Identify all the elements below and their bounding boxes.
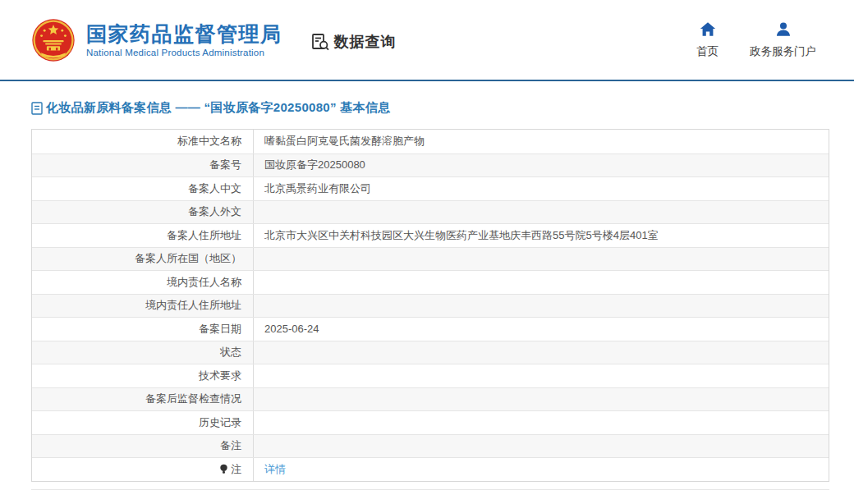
site-header: 国家药品监督管理局 National Medical Products Admi… bbox=[0, 0, 854, 81]
row-label-cell: 备案人外文 bbox=[32, 201, 254, 224]
row-label: 境内责任人住所地址 bbox=[145, 298, 241, 313]
row-value bbox=[254, 435, 829, 458]
table-row: 备案人中文 北京禹景药业有限公司 bbox=[32, 176, 829, 200]
row-value bbox=[254, 248, 829, 271]
row-label: 备案人中文 bbox=[188, 181, 241, 196]
row-label: 技术要求 bbox=[199, 369, 241, 383]
data-query-label[interactable]: 数据查询 bbox=[334, 32, 397, 52]
row-label: 注 bbox=[231, 462, 241, 477]
row-value bbox=[254, 364, 829, 387]
row-label: 备案人外文 bbox=[188, 204, 241, 219]
header-nav: 首页 政务服务门户 bbox=[696, 21, 816, 59]
row-value: 国妆原备字20250080 bbox=[254, 154, 829, 177]
row-label: 境内责任人名称 bbox=[167, 275, 241, 290]
row-label-cell: 备案后监督检查情况 bbox=[32, 388, 254, 411]
row-label: 标准中文名称 bbox=[177, 134, 241, 149]
info-table: 标准中文名称 嗜黏蛋白阿克曼氏菌发酵溶胞产物 备案号 国妆原备字20250080… bbox=[31, 129, 829, 482]
table-row: 历史记录 bbox=[32, 410, 829, 434]
user-icon bbox=[774, 21, 792, 39]
nav-label-home[interactable]: 首页 bbox=[696, 44, 719, 59]
page-title-row: 化妆品新原料备案信息 —— “国妆原备字20250080” 基本信息 bbox=[31, 100, 829, 116]
table-row: 备案人外文 bbox=[32, 200, 829, 224]
table-row: 标准中文名称 嗜黏蛋白阿克曼氏菌发酵溶胞产物 bbox=[32, 130, 829, 153]
row-label-cell: 境内责任人名称 bbox=[32, 271, 254, 294]
row-label: 备注 bbox=[220, 438, 241, 453]
nav-item-gov-portal[interactable]: 政务服务门户 bbox=[750, 21, 816, 59]
table-row: 备案人住所地址 北京市大兴区中关村科技园区大兴生物医药产业基地庆丰西路55号院5… bbox=[32, 223, 829, 247]
table-row: 备案号 国妆原备字20250080 bbox=[32, 153, 829, 177]
row-label: 状态 bbox=[220, 345, 241, 360]
table-row: 备案人所在国（地区） bbox=[32, 247, 829, 271]
row-value bbox=[254, 411, 829, 434]
national-emblem-logo bbox=[31, 18, 76, 62]
table-row: 状态 bbox=[32, 341, 829, 364]
row-label: 备案号 bbox=[209, 158, 241, 172]
table-row: 境内责任人住所地址 bbox=[32, 294, 829, 318]
row-label-cell: 备案号 bbox=[32, 154, 254, 177]
row-label-cell: 备注 bbox=[32, 435, 254, 458]
table-row: 境内责任人名称 bbox=[32, 270, 829, 294]
row-value: 嗜黏蛋白阿克曼氏菌发酵溶胞产物 bbox=[254, 130, 829, 153]
org-name-en: National Medical Products Administration bbox=[86, 48, 282, 57]
row-label: 备案后监督检查情况 bbox=[145, 392, 241, 406]
table-row: 技术要求 bbox=[32, 364, 829, 387]
row-value bbox=[254, 271, 829, 294]
detail-link[interactable]: 详情 bbox=[264, 462, 286, 477]
row-value: 北京禹景药业有限公司 bbox=[254, 177, 829, 200]
row-label: 备案人住所地址 bbox=[167, 228, 241, 243]
document-icon bbox=[31, 102, 43, 115]
row-label-cell: 备案人所在国（地区） bbox=[32, 248, 254, 271]
table-row: 备注 bbox=[32, 434, 829, 458]
row-value bbox=[254, 388, 829, 411]
brand-block[interactable]: 国家药品监督管理局 National Medical Products Admi… bbox=[31, 18, 282, 62]
row-value bbox=[254, 341, 829, 364]
row-value: 2025-06-24 bbox=[254, 318, 829, 341]
row-label-cell: 历史记录 bbox=[32, 411, 254, 434]
row-label: 备案日期 bbox=[199, 322, 241, 337]
table-row: 注 详情 bbox=[32, 457, 829, 481]
row-label-cell: 注 bbox=[32, 458, 254, 481]
home-icon bbox=[699, 21, 717, 39]
page-title: 化妆品新原料备案信息 —— “国妆原备字20250080” 基本信息 bbox=[46, 100, 390, 116]
row-label: 备案人所在国（地区） bbox=[135, 251, 241, 266]
row-label-cell: 境内责任人住所地址 bbox=[32, 295, 254, 318]
nav-label-gov-portal[interactable]: 政务服务门户 bbox=[750, 44, 816, 59]
org-name-cn: 国家药品监督管理局 bbox=[86, 22, 282, 46]
org-names: 国家药品监督管理局 National Medical Products Admi… bbox=[86, 22, 282, 58]
row-value: 北京市大兴区中关村科技园区大兴生物医药产业基地庆丰西路55号院5号楼4层401室 bbox=[254, 224, 829, 247]
row-label-cell: 备案人中文 bbox=[32, 177, 254, 200]
main-content: 化妆品新原料备案信息 —— “国妆原备字20250080” 基本信息 标准中文名… bbox=[0, 100, 854, 490]
document-search-icon bbox=[310, 32, 330, 52]
row-label-cell: 备案日期 bbox=[32, 318, 254, 341]
row-label: 历史记录 bbox=[199, 415, 241, 430]
note-icon bbox=[219, 464, 228, 474]
row-label-cell: 技术要求 bbox=[32, 364, 254, 387]
table-row: 备案日期 2025-06-24 bbox=[32, 317, 829, 341]
data-query-section[interactable]: 数据查询 bbox=[310, 32, 397, 52]
row-label-cell: 备案人住所地址 bbox=[32, 224, 254, 247]
row-value bbox=[254, 201, 829, 224]
row-value: 详情 bbox=[254, 458, 829, 481]
content-bottom-divider bbox=[31, 489, 829, 490]
table-row: 备案后监督检查情况 bbox=[32, 387, 829, 411]
row-label-cell: 状态 bbox=[32, 341, 254, 364]
row-label-cell: 标准中文名称 bbox=[32, 130, 254, 153]
row-value bbox=[254, 295, 829, 318]
nav-item-home[interactable]: 首页 bbox=[696, 21, 719, 59]
